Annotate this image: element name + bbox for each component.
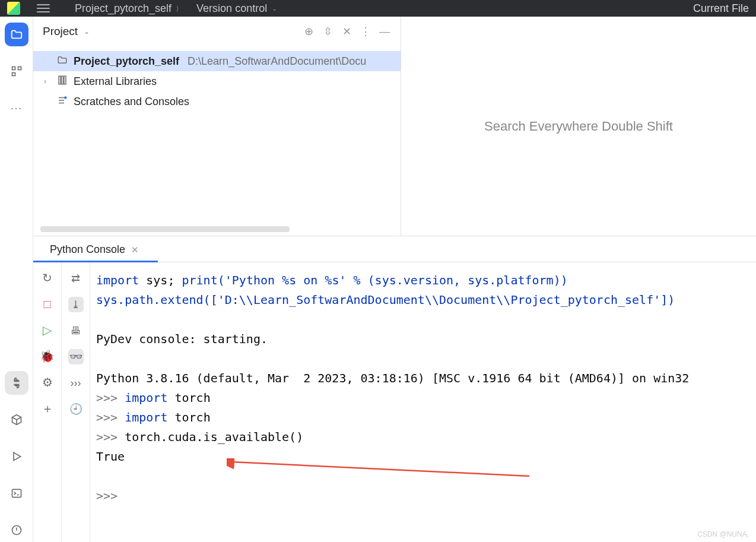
svg-line-11	[231, 462, 529, 476]
packages-tool-button[interactable]	[5, 408, 28, 432]
scratches-icon	[57, 95, 69, 109]
annotation-arrow-icon	[227, 458, 535, 482]
horizontal-scrollbar[interactable]	[40, 226, 290, 232]
bottom-tab-strip: Python Console ✕	[33, 236, 756, 262]
scroll-to-end-icon[interactable]: ⤓	[68, 297, 84, 312]
new-console-icon[interactable]: ＋	[40, 401, 55, 416]
terminal-tool-button[interactable]	[5, 481, 28, 505]
python-console: ↻ □ ▷ 🐞 ⚙ ＋ ⇄ ⤓ 🖶 👓 ››› 🕘 import sys; pr…	[33, 262, 756, 542]
expand-icon[interactable]: ›	[44, 77, 52, 85]
breadcrumb-project[interactable]: Project_pytorch_self	[75, 2, 171, 15]
tree-root-path: D:\Learn_SoftwarAndDocument\Docu	[188, 55, 366, 68]
svg-rect-1	[18, 67, 21, 70]
project-tool-button[interactable]	[5, 23, 28, 46]
tree-scratches[interactable]: Scratches and Consoles	[33, 91, 401, 112]
chevron-down-icon: ⌄	[272, 5, 277, 12]
project-tree[interactable]: Project_pytorch_self D:\Learn_SoftwarAnd…	[33, 46, 401, 116]
run-config-label[interactable]: Current File	[693, 2, 749, 15]
svg-rect-4	[12, 489, 21, 497]
svg-point-9	[64, 96, 67, 99]
python-console-tool-button[interactable]	[5, 371, 28, 395]
library-icon	[57, 75, 69, 88]
svg-rect-2	[12, 73, 15, 76]
select-opened-file-icon[interactable]: ⊕	[302, 25, 315, 38]
stop-icon[interactable]: □	[40, 297, 55, 311]
watermark: CSDN @NUNA,	[697, 530, 749, 538]
history-prompt-icon[interactable]: ›››	[68, 375, 84, 391]
project-panel: Project ⌄ ⊕ ⇳ ✕ ⋮ — Project_pytorc	[33, 17, 401, 236]
minimize-panel-icon[interactable]: —	[378, 25, 391, 38]
project-panel-title[interactable]: Project	[43, 25, 78, 38]
problems-tool-button[interactable]	[5, 518, 28, 542]
tree-item-label: External Libraries	[74, 75, 157, 88]
console-output[interactable]: import sys; print('Python %s on %s' % (s…	[90, 262, 756, 542]
svg-rect-8	[64, 76, 66, 84]
svg-rect-7	[62, 76, 63, 84]
editor-placeholder: Search Everywhere Double Shift	[401, 17, 756, 236]
svg-marker-3	[14, 452, 21, 460]
vcs-menu[interactable]: Version control	[196, 2, 267, 15]
execute-icon[interactable]: ▷	[40, 323, 55, 337]
settings-icon[interactable]: ⚙	[40, 375, 55, 389]
tree-root-name: Project_pytorch_self	[74, 55, 179, 68]
services-tool-button[interactable]	[5, 445, 28, 468]
show-vars-icon[interactable]: 👓	[68, 349, 84, 364]
history-icon[interactable]: 🕘	[68, 401, 84, 417]
more-tools-button[interactable]: ⋯	[5, 96, 28, 120]
tree-root[interactable]: Project_pytorch_self D:\Learn_SoftwarAnd…	[33, 51, 401, 71]
tree-external-libs[interactable]: › External Libraries	[33, 71, 401, 91]
chevron-down-icon[interactable]: ⌄	[84, 27, 90, 36]
tree-item-label: Scratches and Consoles	[74, 96, 189, 108]
soft-wrap-icon[interactable]: ⇄	[68, 271, 84, 286]
structure-tool-button[interactable]	[5, 59, 28, 83]
print-icon[interactable]: 🖶	[68, 323, 84, 338]
console-action-gutter: ↻ □ ▷ 🐞 ⚙ ＋	[33, 262, 62, 542]
main-menu-button[interactable]	[37, 2, 50, 15]
console-view-gutter: ⇄ ⤓ 🖶 👓 ››› 🕘	[62, 262, 90, 542]
expand-collapse-icon[interactable]: ⇳	[321, 25, 334, 38]
rerun-icon[interactable]: ↻	[40, 271, 55, 285]
close-tab-icon[interactable]: ✕	[131, 245, 139, 255]
panel-options-icon[interactable]: ⋮	[359, 25, 372, 38]
svg-rect-0	[12, 67, 15, 70]
top-bar: Project_pytorch_self ⟩ Version control ⌄…	[0, 0, 756, 17]
chevron-right-icon: ⟩	[176, 5, 179, 12]
tab-python-console[interactable]: Python Console ✕	[42, 239, 147, 262]
left-tool-strip: ⋯	[0, 17, 33, 542]
svg-rect-6	[59, 76, 61, 84]
close-panel-icon[interactable]: ✕	[340, 25, 353, 38]
app-logo-icon	[7, 2, 20, 15]
debug-icon[interactable]: 🐞	[40, 349, 55, 363]
folder-icon	[57, 55, 69, 68]
